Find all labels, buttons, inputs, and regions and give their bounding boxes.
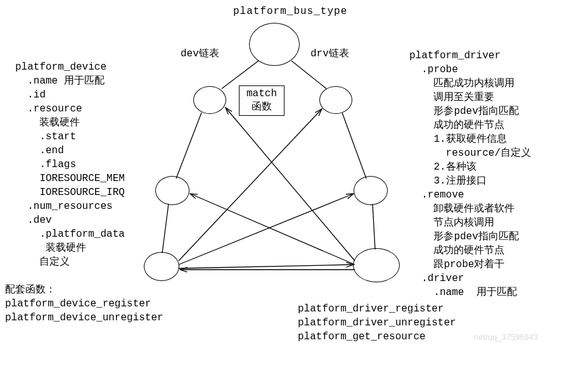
svg-line-10 xyxy=(190,194,355,265)
pdrv-remove: .remove xyxy=(409,189,464,203)
pdev-func2: platform_device_unregister xyxy=(5,311,163,325)
pdev-heading: platform_device xyxy=(15,61,106,75)
pdrv-func1: platform_driver_register xyxy=(298,303,444,316)
watermark: net/qq_37596943 xyxy=(474,332,538,342)
svg-line-9 xyxy=(226,108,355,261)
svg-line-6 xyxy=(179,109,322,261)
pdev-end: .end xyxy=(15,144,64,158)
svg-line-3 xyxy=(162,204,169,253)
svg-line-1 xyxy=(291,61,326,89)
pdev-dev: .dev xyxy=(15,214,52,228)
svg-line-5 xyxy=(373,204,375,249)
pdrv-r3: 形参pdev指向匹配 xyxy=(409,230,519,244)
pdev-pdata: .platform_data xyxy=(15,228,125,242)
pdev-resource-sub: 装载硬件 xyxy=(15,116,80,130)
pdrv-p7: 2.各种该 xyxy=(409,161,476,175)
svg-line-7 xyxy=(179,194,354,265)
pdrv-func2: platform_driver_unregister xyxy=(298,316,456,330)
pdrv-r1: 卸载硬件或者软件 xyxy=(409,203,514,216)
pdev-name: .name 用于匹配 xyxy=(15,75,105,89)
svg-line-0 xyxy=(222,61,259,89)
pdrv-driver: .driver xyxy=(409,272,464,286)
bus-node xyxy=(249,23,300,66)
dev-node-1 xyxy=(193,86,226,114)
match-line1: match xyxy=(243,87,280,101)
drv-node-1 xyxy=(319,86,352,114)
match-line2: 函数 xyxy=(243,101,280,114)
pdev-func1: platform_device_register xyxy=(5,298,151,311)
drv-node-3 xyxy=(353,248,400,282)
pdev-start: .start xyxy=(15,130,76,144)
pdrv-driver-name: .name 用于匹配 xyxy=(409,286,517,300)
drv-node-2 xyxy=(354,176,388,205)
pdrv-p8: 3.注册接口 xyxy=(409,175,487,189)
pdrv-probe: .probe xyxy=(409,63,458,77)
title: platform_bus_type xyxy=(233,5,347,19)
pdev-pdata-sub: 装载硬件 xyxy=(15,242,86,256)
dev-list-label: dev链表 xyxy=(181,47,219,61)
pdrv-p2: 调用至关重要 xyxy=(409,91,494,105)
pdrv-p5: 1.获取硬件信息 xyxy=(409,133,507,147)
pdev-funcs-head: 配套函数： xyxy=(5,284,56,298)
dev-node-2 xyxy=(155,176,189,205)
pdev-numres: .num_resources xyxy=(15,200,113,214)
pdev-resource: .resource xyxy=(15,103,82,116)
pdrv-func3: platform_get_resource xyxy=(298,330,426,344)
pdev-iomem: IORESOURCE_MEM xyxy=(15,172,125,186)
pdrv-r4: 成功的硬件节点 xyxy=(409,244,504,258)
pdrv-p6: resource/自定义 xyxy=(409,147,531,161)
svg-line-2 xyxy=(176,113,201,179)
svg-line-4 xyxy=(342,113,366,179)
pdrv-p4: 成功的硬件节点 xyxy=(409,119,504,133)
pdev-ioirq: IORESOURCE_IRQ xyxy=(15,186,125,200)
dev-node-3 xyxy=(144,252,179,281)
pdev-flags: .flags xyxy=(15,158,76,172)
drv-list-label: drv链表 xyxy=(310,47,349,61)
pdrv-heading: platform_driver xyxy=(409,49,501,63)
svg-line-8 xyxy=(179,265,354,268)
pdrv-p1: 匹配成功内核调用 xyxy=(409,77,514,91)
match-box: match 函数 xyxy=(239,85,284,116)
pdrv-r2: 节点内核调用 xyxy=(409,216,494,230)
pdev-id: .id xyxy=(15,89,46,103)
pdev-pdata-sub2: 自定义 xyxy=(15,256,70,270)
pdrv-r5: 跟probe对着干 xyxy=(409,258,504,272)
pdrv-p3: 形参pdev指向匹配 xyxy=(409,105,519,119)
